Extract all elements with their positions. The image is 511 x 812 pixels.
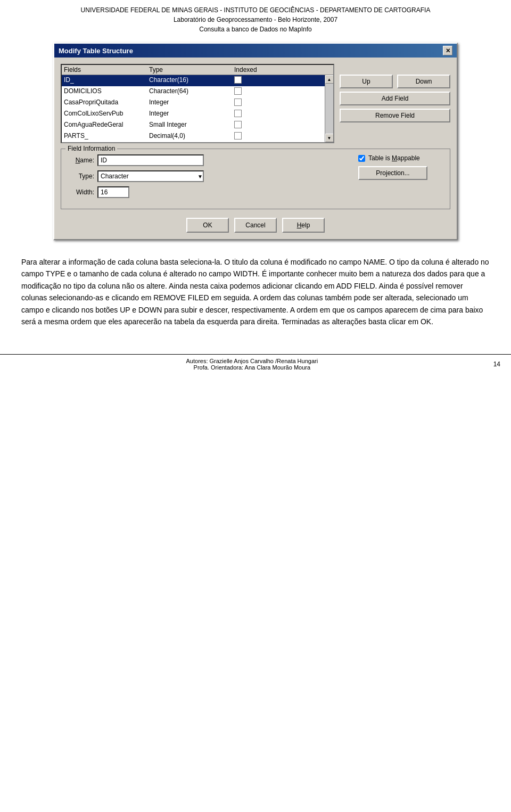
fields-scrollbar: ▲ ▼ (325, 75, 333, 142)
field-name: PARTS_ (64, 132, 149, 141)
page-number: 14 (493, 360, 500, 368)
header-line3: Consulta a banco de Dados no MapInfo (11, 24, 500, 34)
up-down-row: Up Down (340, 75, 450, 88)
type-label: Type: (68, 173, 94, 180)
field-type: Decimal(4,0) (149, 132, 234, 141)
scroll-up-btn[interactable]: ▲ (325, 75, 334, 84)
header-line1: UNIVERSIDADE FEDERAL DE MINAS GERAIS - I… (11, 5, 500, 15)
field-name: ID_ (64, 76, 149, 85)
header-type: Type (149, 66, 234, 73)
width-row: Width: (68, 186, 348, 198)
content-area: Para alterar a informação de cada coluna… (0, 251, 511, 343)
ok-button[interactable]: OK (186, 218, 229, 233)
width-label: Width: (68, 188, 94, 196)
page-footer: Autores: Grazielle Anjos Carvalho /Renat… (0, 354, 511, 374)
field-info-left: Name: Type: CharacterIntegerSmall Intege… (68, 154, 348, 202)
type-row: Type: CharacterIntegerSmall IntegerDecim… (68, 170, 348, 182)
field-indexed (234, 99, 271, 108)
field-info-right: Table is Mappable Projection... (358, 154, 443, 202)
fields-buttons: Up Down Add Field Remove Field (340, 64, 450, 143)
fields-list-scroll: ID_ Character(16) DOMICILIOS Character(6… (62, 75, 333, 142)
field-name: ComAguaRedeGeral (64, 121, 149, 130)
dialog-body: Fields Type Indexed ID_ Character(16) DO… (54, 58, 457, 239)
fields-list: ID_ Character(16) DOMICILIOS Character(6… (62, 75, 325, 142)
up-button[interactable]: Up (340, 75, 393, 88)
table-row[interactable]: ComAguaRedeGeral Small Integer (62, 120, 325, 131)
field-info-body: Name: Type: CharacterIntegerSmall Intege… (68, 154, 443, 202)
modify-table-dialog: Modify Table Structure ✕ Fields Type Ind… (53, 43, 458, 240)
table-row[interactable]: ID_ Character(16) (62, 75, 325, 86)
type-select[interactable]: CharacterIntegerSmall IntegerDecimalFloa… (97, 170, 204, 182)
field-indexed (234, 121, 271, 130)
mappable-label: Table is Mappable (368, 154, 420, 162)
table-row[interactable]: CasaPropriQuitada Integer (62, 97, 325, 109)
mappable-row: Table is Mappable (358, 154, 443, 162)
dialog-footer: OK Cancel Help (61, 218, 450, 233)
footer-line2: Profa. Orientadora: Ana Clara Mourão Mou… (11, 364, 493, 371)
fields-list-container: Fields Type Indexed ID_ Character(16) DO… (61, 64, 334, 143)
footer-line1: Autores: Grazielle Anjos Carvalho /Renat… (11, 358, 493, 364)
name-row: Name: (68, 154, 348, 166)
dialog-title: Modify Table Structure (59, 47, 133, 55)
field-type: Integer (149, 110, 234, 119)
scroll-down-btn[interactable]: ▼ (325, 134, 334, 142)
field-type: Character(64) (149, 87, 234, 96)
projection-button[interactable]: Projection... (358, 166, 427, 180)
mappable-checkbox[interactable] (358, 155, 365, 162)
dialog-wrapper: Modify Table Structure ✕ Fields Type Ind… (0, 37, 511, 251)
field-indexed (234, 76, 271, 85)
down-button[interactable]: Down (397, 75, 450, 88)
field-indexed (234, 87, 271, 96)
field-name: ComColLixoServPub (64, 110, 149, 119)
add-field-button[interactable]: Add Field (340, 92, 450, 105)
close-button[interactable]: ✕ (443, 46, 452, 55)
field-information-group: Field Information Name: Type: CharacterI… (61, 149, 450, 209)
field-type: Character(16) (149, 76, 234, 85)
width-input[interactable] (97, 186, 129, 198)
table-row[interactable]: PARTS_ Decimal(4,0) (62, 131, 325, 142)
field-indexed (234, 110, 271, 119)
field-name: CasaPropriQuitada (64, 99, 149, 108)
page-header: UNIVERSIDADE FEDERAL DE MINAS GERAIS - I… (0, 0, 511, 37)
name-label: Name: (68, 157, 94, 164)
help-button[interactable]: Help (282, 218, 325, 233)
fields-header: Fields Type Indexed (62, 65, 333, 75)
table-row[interactable]: ComColLixoServPub Integer (62, 109, 325, 120)
footer-authors: Autores: Grazielle Anjos Carvalho /Renat… (11, 358, 493, 371)
field-type: Integer (149, 99, 234, 108)
field-indexed (234, 132, 271, 141)
remove-field-button[interactable]: Remove Field (340, 109, 450, 122)
name-input[interactable] (97, 154, 204, 166)
fields-area: Fields Type Indexed ID_ Character(16) DO… (61, 64, 450, 143)
field-name: DOMICILIOS (64, 87, 149, 96)
type-select-wrapper: CharacterIntegerSmall IntegerDecimalFloa… (97, 170, 204, 182)
header-fields: Fields (64, 66, 149, 73)
dialog-titlebar: Modify Table Structure ✕ (54, 44, 457, 58)
cancel-button[interactable]: Cancel (234, 218, 277, 233)
header-indexed: Indexed (234, 66, 271, 73)
group-box-title: Field Information (65, 145, 117, 152)
field-type: Small Integer (149, 121, 234, 130)
table-row[interactable]: DOMICILIOS Character(64) (62, 86, 325, 97)
content-paragraph: Para alterar a informação de cada coluna… (21, 256, 490, 327)
header-line2: Laboratório de Geoprocessamento - Belo H… (11, 15, 500, 24)
